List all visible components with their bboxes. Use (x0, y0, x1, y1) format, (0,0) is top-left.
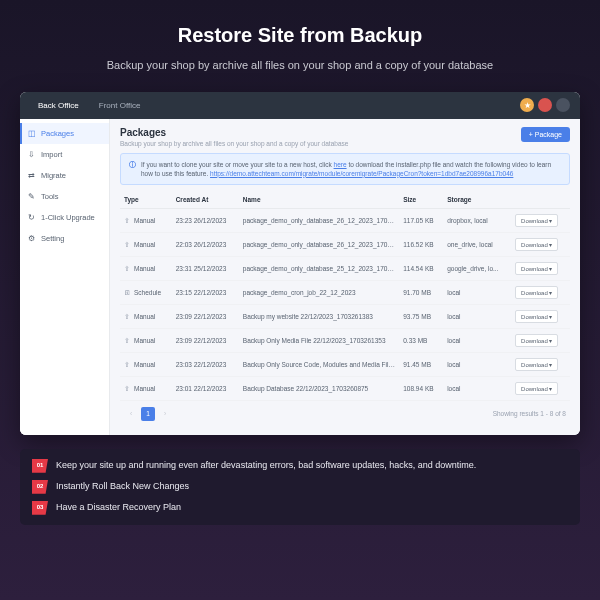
sidebar-item-packages[interactable]: ◫Packages (20, 123, 109, 144)
main-content: Packages Backup your shop by archive all… (110, 119, 580, 435)
migrate-icon: ⇄ (28, 171, 36, 179)
page-title: Packages (120, 127, 348, 138)
download-button[interactable]: Download ▾ (515, 286, 558, 299)
download-button[interactable]: Download ▾ (515, 238, 558, 251)
pagination-text: Showing results 1 - 8 of 8 (493, 410, 566, 417)
alert-link-url[interactable]: https://demo.attechteam.com/migrate/modu… (210, 170, 513, 177)
hero: Restore Site from Backup Backup your sho… (0, 0, 600, 92)
app-window: Back Office Front Office ★ ◫Packages ⇩Im… (20, 92, 580, 435)
star-icon[interactable]: ★ (520, 98, 534, 112)
cloud-icon: ⇪ (124, 337, 131, 344)
table-header: Storage (443, 191, 511, 209)
topbar: Back Office Front Office ★ (20, 92, 580, 119)
hero-subtitle: Backup your shop by archive all files on… (40, 57, 560, 74)
cloud-icon: ⇪ (124, 313, 131, 320)
benefit-item: 01Keep your site up and running even aft… (32, 459, 568, 473)
sidebar-item-import[interactable]: ⇩Import (20, 144, 109, 165)
table-header (511, 191, 570, 209)
table-header: Size (399, 191, 443, 209)
packages-table: TypeCreated AtNameSizeStorage ⇪Manual23:… (120, 191, 570, 401)
add-package-button[interactable]: + Package (521, 127, 570, 142)
benefit-text: Have a Disaster Recovery Plan (56, 501, 181, 514)
cloud-icon: ⇪ (124, 241, 131, 248)
download-button[interactable]: Download ▾ (515, 262, 558, 275)
cloud-icon: ⇪ (124, 217, 131, 224)
sidebar-item-setting[interactable]: ⚙Setting (20, 228, 109, 249)
download-button[interactable]: Download ▾ (515, 382, 558, 395)
sidebar-item-label: Setting (41, 234, 64, 243)
menu-icon[interactable] (556, 98, 570, 112)
hero-title: Restore Site from Backup (40, 24, 560, 47)
table-header: Type (120, 191, 172, 209)
cube-icon: ◫ (28, 129, 36, 137)
table-row: ⇪Manual23:01 22/12/2023Backup Database 2… (120, 376, 570, 400)
info-icon: ⓘ (129, 160, 136, 178)
sidebar-item-label: 1-Click Upgrade (41, 213, 95, 222)
sidebar-item-upgrade[interactable]: ↻1-Click Upgrade (20, 207, 109, 228)
table-row: 🗓Schedule23:15 22/12/2023package_demo_cr… (120, 280, 570, 304)
download-button[interactable]: Download ▾ (515, 310, 558, 323)
sidebar-item-label: Import (41, 150, 62, 159)
table-row: ⇪Manual23:31 25/12/2023package_demo_only… (120, 256, 570, 280)
page-next[interactable]: › (158, 407, 172, 421)
table-row: ⇪Manual22:03 26/12/2023package_demo_only… (120, 232, 570, 256)
table-header: Name (239, 191, 399, 209)
gear-icon: ⚙ (28, 234, 36, 242)
alert-link-here[interactable]: here (334, 161, 347, 168)
notification-icon[interactable] (538, 98, 552, 112)
cloud-icon: ⇪ (124, 265, 131, 272)
download-button[interactable]: Download ▾ (515, 358, 558, 371)
table-row: ⇪Manual23:09 22/12/2023Backup my website… (120, 304, 570, 328)
benefit-number: 02 (32, 480, 48, 494)
pagination: ‹ 1 › Showing results 1 - 8 of 8 (120, 401, 570, 427)
benefit-text: Instantly Roll Back New Changes (56, 480, 189, 493)
info-alert: ⓘ If you want to clone your site or move… (120, 153, 570, 185)
page-prev[interactable]: ‹ (124, 407, 138, 421)
table-header: Created At (172, 191, 239, 209)
benefit-text: Keep your site up and running even after… (56, 459, 476, 472)
download-button[interactable]: Download ▾ (515, 214, 558, 227)
sidebar-item-label: Migrate (41, 171, 66, 180)
sidebar: ◫Packages ⇩Import ⇄Migrate ✎Tools ↻1-Cli… (20, 119, 110, 435)
cloud-icon: ⇪ (124, 361, 131, 368)
tab-back-office[interactable]: Back Office (30, 98, 87, 113)
table-row: ⇪Manual23:09 22/12/2023Backup Only Media… (120, 328, 570, 352)
table-row: ⇪Manual23:23 26/12/2023package_demo_only… (120, 208, 570, 232)
sidebar-item-tools[interactable]: ✎Tools (20, 186, 109, 207)
page-1[interactable]: 1 (141, 407, 155, 421)
wrench-icon: ✎ (28, 192, 36, 200)
benefits-panel: 01Keep your site up and running even aft… (20, 449, 580, 525)
download-button[interactable]: Download ▾ (515, 334, 558, 347)
sidebar-item-label: Tools (41, 192, 59, 201)
table-row: ⇪Manual23:03 22/12/2023Backup Only Sourc… (120, 352, 570, 376)
page-subtitle: Backup your shop by archive all files on… (120, 140, 348, 147)
sidebar-item-label: Packages (41, 129, 74, 138)
calendar-icon: 🗓 (124, 289, 131, 296)
benefit-number: 01 (32, 459, 48, 473)
import-icon: ⇩ (28, 150, 36, 158)
upgrade-icon: ↻ (28, 213, 36, 221)
sidebar-item-migrate[interactable]: ⇄Migrate (20, 165, 109, 186)
cloud-icon: ⇪ (124, 385, 131, 392)
benefit-item: 02Instantly Roll Back New Changes (32, 480, 568, 494)
benefit-item: 03Have a Disaster Recovery Plan (32, 501, 568, 515)
tab-front-office[interactable]: Front Office (91, 98, 149, 113)
benefit-number: 03 (32, 501, 48, 515)
